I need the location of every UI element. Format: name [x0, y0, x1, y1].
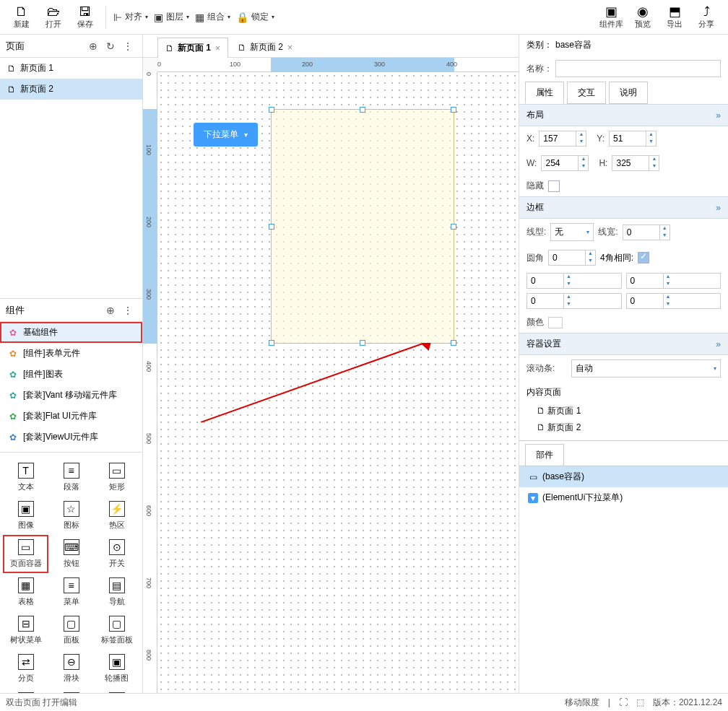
component-cell[interactable]: ⊙开关	[94, 535, 139, 573]
component-cell[interactable]: ⊖滑块	[48, 650, 94, 688]
step-down[interactable]: ▼	[646, 139, 656, 146]
step-up[interactable]: ▲	[646, 131, 656, 139]
container-section-header[interactable]: 容器设置»	[519, 333, 728, 355]
selected-container[interactable]	[271, 109, 454, 344]
tab-attributes[interactable]: 属性	[525, 82, 564, 104]
close-icon[interactable]: ×	[287, 43, 292, 53]
step-up[interactable]: ▲	[578, 156, 588, 163]
lock-dropdown[interactable]: 🔒锁定▾	[236, 11, 274, 23]
corner-bl-input[interactable]: ▲▼	[526, 293, 622, 309]
resize-handle[interactable]	[360, 340, 365, 346]
h-input[interactable]: ▲▼	[612, 155, 659, 171]
dropdown-component[interactable]: 下拉菜单▾	[194, 123, 258, 147]
tab-page-1[interactable]: 🗋新页面 1×	[157, 38, 228, 58]
component-cell[interactable]: ⊟树状菜单	[3, 611, 48, 650]
open-button[interactable]: 🗁打开	[38, 1, 69, 33]
step-down[interactable]: ▼	[649, 163, 659, 170]
page-item[interactable]: 🗋新页面 2	[0, 79, 142, 100]
complib-button[interactable]: ▣组件库	[595, 1, 627, 33]
resize-handle[interactable]	[269, 340, 274, 346]
step-down[interactable]: ▼	[578, 163, 588, 170]
layer-dropdown[interactable]: ▣图层▾	[154, 11, 189, 23]
cursor-icon[interactable]: ⬚	[636, 697, 644, 707]
x-input[interactable]: ▲▼	[539, 131, 586, 147]
border-type-select[interactable]: 无▾	[550, 223, 594, 241]
component-cell[interactable]: ≡菜单	[48, 573, 94, 611]
component-cell[interactable]: ⊕地图	[48, 688, 94, 693]
name-input[interactable]	[555, 60, 721, 77]
tab-page-2[interactable]: 🗋新页面 2×	[230, 37, 300, 58]
resize-handle[interactable]	[451, 107, 456, 113]
component-category[interactable]: ✿[套装]Flat UI元件库	[0, 406, 142, 427]
content-page-item[interactable]: 🗋 新页面 2	[537, 419, 721, 436]
component-cell[interactable]: ⚡热区	[94, 497, 139, 535]
step-up[interactable]: ▲	[649, 156, 659, 163]
step-up[interactable]: ▲	[576, 131, 586, 139]
w-input[interactable]: ▲▼	[541, 155, 589, 171]
corner-tr-input[interactable]: ▲▼	[626, 273, 722, 289]
ruler-horizontal[interactable]: 0 100 200 300 400	[157, 58, 519, 72]
component-category[interactable]: ✿[套装]ViewUI元件库	[0, 427, 142, 448]
ruler-vertical[interactable]: 0 100 200 300 400 500 600 700 800	[143, 72, 157, 693]
corner-br-input[interactable]: ▲▼	[626, 293, 722, 309]
part-item[interactable]: ▭(base容器)	[519, 466, 728, 487]
resize-handle[interactable]	[269, 224, 274, 230]
component-cell[interactable]: ⇄分页	[3, 650, 48, 688]
tab-interaction[interactable]: 交互	[567, 82, 606, 104]
resize-handle[interactable]	[360, 107, 365, 113]
tab-description[interactable]: 说明	[609, 82, 648, 104]
border-width-input[interactable]: ▲▼	[623, 224, 670, 240]
component-cell[interactable]: ▭矩形	[94, 458, 139, 497]
page-item[interactable]: 🗋新页面 1	[0, 58, 142, 79]
component-category[interactable]: ✿基础组件	[0, 322, 142, 343]
close-icon[interactable]: ×	[215, 43, 220, 53]
component-cell[interactable]: ▬进度条	[3, 688, 48, 693]
scroll-select[interactable]: 自动▾	[571, 359, 721, 378]
more-button[interactable]: ⋮	[119, 40, 136, 52]
corner-tl-input[interactable]: ▲▼	[526, 273, 622, 289]
component-cell[interactable]: ▭页面容器	[3, 535, 48, 573]
component-cell[interactable]: ▣图像	[3, 497, 48, 535]
component-cell[interactable]: ◔气泡	[94, 688, 139, 693]
component-cell[interactable]: ▢标签面板	[94, 611, 139, 650]
refresh-button[interactable]: ↻	[102, 40, 119, 52]
resize-handle[interactable]	[451, 340, 456, 346]
same4-checkbox[interactable]	[638, 252, 649, 263]
component-cell[interactable]: ☆图标	[48, 497, 94, 535]
fit-icon[interactable]: ⛶	[619, 697, 628, 707]
group-dropdown[interactable]: ▦组合▾	[195, 11, 230, 23]
component-cell[interactable]: ▢面板	[48, 611, 94, 650]
part-item[interactable]: ▾(ElementUi下拉菜单)	[519, 487, 728, 508]
export-button[interactable]: ⬒导出	[659, 1, 690, 33]
category-icon: ✿	[7, 432, 19, 443]
component-category[interactable]: ✿[组件]表单元件	[0, 343, 142, 364]
border-section-header[interactable]: 边框»	[519, 196, 728, 219]
parts-tab[interactable]: 部件	[525, 444, 564, 466]
component-category[interactable]: ✿[套装]Vant 移动端元件库	[0, 385, 142, 406]
align-dropdown[interactable]: ⊩对齐▾	[113, 11, 148, 23]
add-page-button[interactable]: ⊕	[84, 40, 102, 52]
layout-section-header[interactable]: 布局»	[519, 104, 728, 126]
y-input[interactable]: ▲▼	[609, 131, 656, 147]
add-component-button[interactable]: ⊕	[102, 305, 119, 316]
color-swatch[interactable]	[548, 317, 563, 328]
component-cell[interactable]: ▦表格	[3, 573, 48, 611]
canvas[interactable]: 下拉菜单▾	[157, 72, 519, 693]
resize-handle[interactable]	[451, 224, 456, 230]
component-cell[interactable]: ▤导航	[94, 573, 139, 611]
component-cell[interactable]: T文本	[3, 458, 48, 497]
preview-button[interactable]: ◉预览	[627, 1, 659, 33]
step-down[interactable]: ▼	[576, 139, 586, 146]
radius-input[interactable]: ▲▼	[548, 250, 596, 266]
resize-handle[interactable]	[269, 107, 274, 113]
component-cell[interactable]: ≡段落	[48, 458, 94, 497]
component-category[interactable]: ✿[组件]图表	[0, 364, 142, 385]
hidden-checkbox[interactable]	[548, 180, 560, 192]
save-button[interactable]: 🖫保存	[69, 1, 101, 33]
share-button[interactable]: ⤴分享	[690, 1, 722, 33]
component-cell[interactable]: ▣轮播图	[94, 650, 139, 688]
components-more-button[interactable]: ⋮	[119, 305, 136, 316]
component-cell[interactable]: ⌨按钮	[48, 535, 94, 573]
content-page-item[interactable]: 🗋 新页面 1	[537, 403, 721, 419]
new-button[interactable]: 🗋新建	[6, 1, 38, 33]
